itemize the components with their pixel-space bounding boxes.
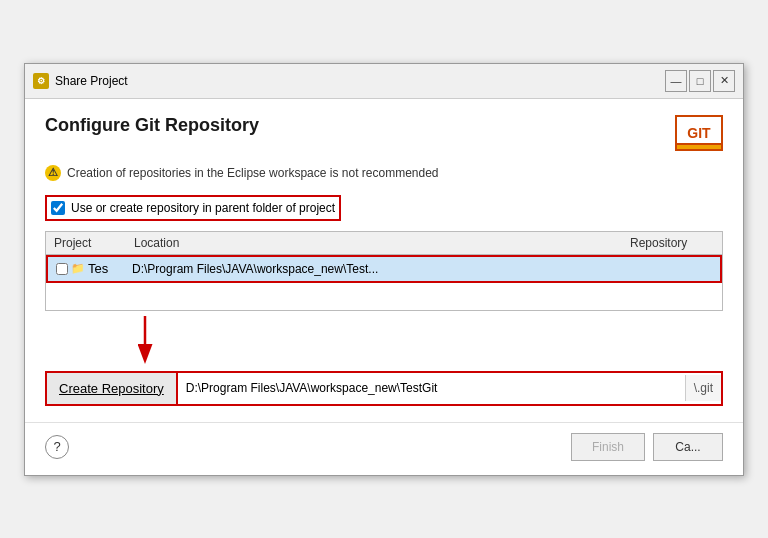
- col-project: Project: [46, 236, 126, 250]
- close-button[interactable]: ✕: [713, 70, 735, 92]
- app-icon: ⚙: [33, 73, 49, 89]
- repo-suffix: \.git: [685, 375, 721, 401]
- footer-buttons: Finish Ca...: [571, 433, 723, 461]
- title-bar: ⚙ Share Project — □ ✕: [25, 64, 743, 99]
- checkbox-label: Use or create repository in parent folde…: [71, 201, 335, 215]
- title-text: Share Project: [55, 74, 128, 88]
- arrow-icon: [105, 311, 185, 371]
- parent-folder-checkbox[interactable]: [51, 201, 65, 215]
- dialog-header: Configure Git Repository GIT: [45, 115, 723, 151]
- checkbox-row[interactable]: Use or create repository in parent folde…: [45, 195, 341, 221]
- git-logo-bar: [675, 143, 723, 151]
- table-header: Project Location Repository: [46, 232, 722, 255]
- cell-location: D:\Program Files\JAVA\workspace_new\Test…: [128, 262, 620, 276]
- arrow-area: [45, 311, 723, 371]
- warning-icon: ⚠: [45, 165, 61, 181]
- maximize-button[interactable]: □: [689, 70, 711, 92]
- minimize-button[interactable]: —: [665, 70, 687, 92]
- dialog-title: Configure Git Repository: [45, 115, 259, 136]
- warning-row: ⚠ Creation of repositories in the Eclips…: [45, 165, 723, 181]
- project-name: Tes: [88, 261, 108, 276]
- help-button[interactable]: ?: [45, 435, 69, 459]
- title-bar-left: ⚙ Share Project: [33, 73, 128, 89]
- finish-button[interactable]: Finish: [571, 433, 645, 461]
- share-project-dialog: ⚙ Share Project — □ ✕ Configure Git Repo…: [24, 63, 744, 476]
- col-location: Location: [126, 236, 622, 250]
- row-checkbox[interactable]: [56, 263, 68, 275]
- cancel-button[interactable]: Ca...: [653, 433, 723, 461]
- warning-text: Creation of repositories in the Eclipse …: [67, 166, 439, 180]
- folder-icon: 📁: [71, 262, 85, 275]
- dialog-content: Configure Git Repository GIT ⚠ Creation …: [25, 99, 743, 422]
- repo-path-input[interactable]: [178, 375, 685, 401]
- dialog-footer: ? Finish Ca...: [25, 422, 743, 475]
- create-repository-button[interactable]: Create Repository: [47, 373, 178, 404]
- cell-project: 📁 Tes: [48, 261, 128, 276]
- git-logo: GIT: [675, 115, 723, 151]
- col-repository: Repository: [622, 236, 722, 250]
- create-repository-row[interactable]: Create Repository \.git: [45, 371, 723, 406]
- table-row[interactable]: 📁 Tes D:\Program Files\JAVA\workspace_ne…: [46, 255, 722, 283]
- title-controls: — □ ✕: [665, 70, 735, 92]
- project-table: Project Location Repository 📁 Tes D:\Pro…: [45, 231, 723, 311]
